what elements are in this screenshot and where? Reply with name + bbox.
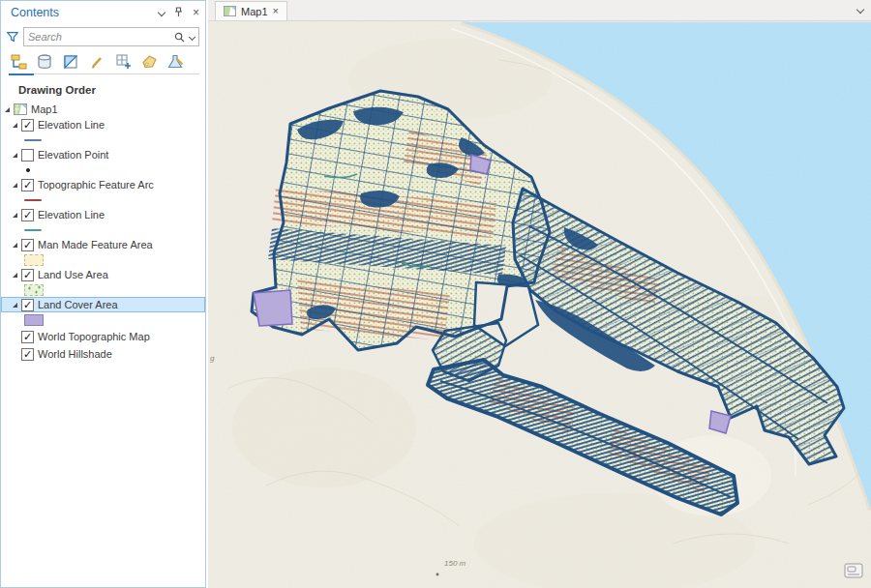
expander-icon[interactable] (13, 183, 17, 188)
line-symbol-swatch[interactable] (24, 229, 42, 231)
tree-item-land-cover-area[interactable]: ✓ Land Cover Area (1, 297, 205, 312)
list-by-labeling-button[interactable] (137, 51, 161, 73)
expander-icon[interactable] (13, 153, 17, 158)
tree-item-elevation-line-1[interactable]: ✓ Elevation Line (1, 117, 205, 132)
map-overlay-button[interactable] (844, 563, 863, 582)
layer-checkbox[interactable]: ✓ (21, 119, 34, 132)
panel-title: Contents (11, 6, 59, 19)
close-panel-icon[interactable]: × (193, 7, 199, 18)
expander-icon[interactable] (13, 303, 17, 308)
area-symbol-swatch[interactable] (24, 254, 44, 266)
search-input[interactable] (28, 31, 169, 43)
map-icon (224, 6, 236, 16)
filter-funnel-icon[interactable] (5, 29, 20, 44)
line-symbol-swatch[interactable] (24, 199, 42, 201)
area-symbol-swatch[interactable] (24, 284, 44, 296)
tree-item-land-use-area[interactable]: ✓ Land Use Area (1, 267, 205, 282)
expander-icon[interactable] (5, 107, 10, 112)
active-tab-underline (9, 74, 34, 75)
tree-item-man-made-feature-area[interactable]: ✓ Man Made Feature Area (1, 237, 205, 252)
map-drawing (208, 21, 871, 588)
point-symbol-swatch[interactable] (26, 168, 30, 172)
layer-checkbox[interactable]: ✓ (21, 269, 34, 281)
layer-tree: Map1 ✓ Elevation Line Elevation Point ✓ … (1, 102, 205, 362)
layer-checkbox[interactable]: ✓ (21, 299, 34, 311)
layer-checkbox[interactable]: ✓ (21, 348, 34, 361)
layer-checkbox[interactable]: ✓ (21, 179, 34, 191)
map-canvas[interactable]: 150 m g (208, 21, 871, 588)
list-by-snapping-button[interactable] (111, 51, 135, 73)
tree-item-world-topographic-map[interactable]: ✓ World Topographic Map (1, 329, 205, 344)
expander-icon[interactable] (13, 123, 17, 128)
search-box[interactable] (23, 27, 199, 46)
list-by-selection-button[interactable] (59, 51, 82, 73)
tree-item-topographic-feature-arc[interactable]: ✓ Topographic Feature Arc (1, 177, 205, 192)
layer-checkbox[interactable]: ✓ (21, 331, 34, 343)
list-by-editing-button[interactable] (85, 51, 108, 73)
layer-checkbox[interactable]: ✓ (21, 209, 34, 221)
line-symbol-swatch[interactable] (24, 139, 42, 141)
tree-item-elevation-point[interactable]: Elevation Point (1, 147, 205, 162)
contents-toolbar (1, 49, 205, 73)
area-symbol-swatch[interactable] (24, 314, 44, 326)
map-tab-label: Map1 (241, 6, 268, 17)
collapse-chevron-icon[interactable] (158, 9, 165, 16)
map-label: Map1 (31, 103, 58, 115)
map-view-container: Map1 × (208, 0, 871, 588)
tree-item-map[interactable]: Map1 (1, 102, 205, 117)
layer-checkbox[interactable] (21, 149, 34, 162)
tab-overflow-chevron-icon[interactable] (856, 6, 864, 14)
expander-icon[interactable] (13, 273, 17, 278)
list-by-data-source-button[interactable] (33, 51, 56, 73)
layer-checkbox[interactable]: ✓ (21, 239, 34, 251)
tree-item-elevation-line-2[interactable]: ✓ Elevation Line (1, 207, 205, 222)
map-view-tab[interactable]: Map1 × (215, 1, 287, 20)
expander-icon[interactable] (13, 213, 17, 218)
expander-icon[interactable] (13, 243, 17, 248)
map-icon (14, 103, 27, 115)
drawing-order-heading: Drawing Order (1, 76, 205, 102)
pin-icon[interactable] (173, 7, 184, 18)
search-dropdown-chevron-icon[interactable] (189, 33, 195, 40)
close-tab-icon[interactable]: × (273, 6, 279, 16)
list-by-perspective-button[interactable] (164, 51, 187, 73)
tree-item-world-hillshade[interactable]: ✓ World Hillshade (1, 346, 205, 362)
contents-panel: Contents × (0, 0, 206, 588)
magnifier-icon (173, 31, 186, 44)
list-by-drawing-order-button[interactable] (7, 51, 30, 73)
arcgis-window: Contents × (0, 0, 871, 588)
contents-panel-header: Contents × (1, 1, 205, 24)
view-tab-bar: Map1 × (208, 0, 871, 21)
